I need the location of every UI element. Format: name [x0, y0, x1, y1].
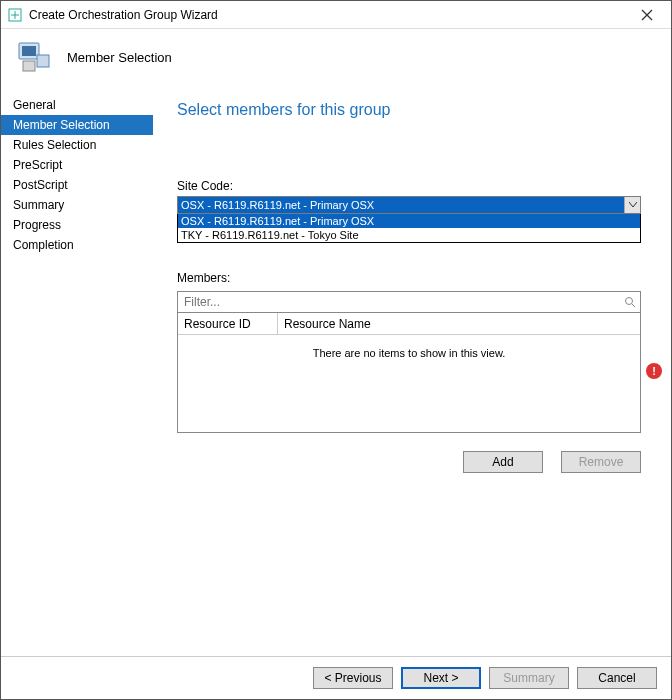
error-icon: !	[646, 363, 662, 379]
previous-button[interactable]: < Previous	[313, 667, 393, 689]
site-code-dropdown: OSX - R6119.R6119.net - Primary OSX TKY …	[177, 214, 641, 243]
members-table-header: Resource ID Resource Name	[178, 313, 640, 335]
wizard-icon	[13, 37, 53, 77]
wizard-sidebar: General Member Selection Rules Selection…	[1, 93, 153, 656]
page-title: Select members for this group	[177, 101, 641, 119]
sidebar-item-progress[interactable]: Progress	[1, 215, 153, 235]
titlebar: Create Orchestration Group Wizard	[1, 1, 671, 29]
svg-point-5	[626, 298, 633, 305]
svg-rect-4	[37, 55, 49, 67]
svg-rect-3	[23, 61, 35, 71]
members-filter[interactable]	[177, 291, 641, 313]
column-resource-id[interactable]: Resource ID	[178, 313, 278, 334]
members-actions: Add Remove	[177, 451, 641, 473]
svg-rect-2	[22, 46, 36, 56]
next-button[interactable]: Next >	[401, 667, 481, 689]
sidebar-item-rules-selection[interactable]: Rules Selection	[1, 135, 153, 155]
wizard-main: Select members for this group Site Code:…	[153, 93, 671, 656]
search-icon	[624, 296, 636, 308]
sidebar-item-completion[interactable]: Completion	[1, 235, 153, 255]
close-button[interactable]	[629, 1, 665, 28]
cancel-button[interactable]: Cancel	[577, 667, 657, 689]
remove-button: Remove	[561, 451, 641, 473]
wizard-header: Member Selection	[1, 29, 671, 93]
chevron-down-icon	[624, 197, 640, 213]
site-code-option-osx[interactable]: OSX - R6119.R6119.net - Primary OSX	[178, 214, 640, 228]
sidebar-item-member-selection[interactable]: Member Selection	[1, 115, 153, 135]
sidebar-item-general[interactable]: General	[1, 95, 153, 115]
site-code-combobox[interactable]: OSX - R6119.R6119.net - Primary OSX	[177, 196, 641, 214]
wizard-footer: < Previous Next > Summary Cancel	[1, 656, 671, 699]
filter-input[interactable]	[182, 294, 624, 310]
wizard-window: Create Orchestration Group Wizard Member…	[0, 0, 672, 700]
app-icon	[7, 7, 23, 23]
wizard-step-title: Member Selection	[67, 50, 172, 65]
members-label: Members:	[177, 271, 641, 285]
wizard-body: General Member Selection Rules Selection…	[1, 93, 671, 656]
add-button[interactable]: Add	[463, 451, 543, 473]
sidebar-item-postscript[interactable]: PostScript	[1, 175, 153, 195]
sidebar-item-summary[interactable]: Summary	[1, 195, 153, 215]
members-empty-message: There are no items to show in this view.	[178, 335, 640, 359]
site-code-option-tky[interactable]: TKY - R6119.R6119.net - Tokyo Site	[178, 228, 640, 242]
summary-button: Summary	[489, 667, 569, 689]
column-resource-name[interactable]: Resource Name	[278, 313, 640, 334]
site-code-label: Site Code:	[177, 179, 641, 193]
members-table: Resource ID Resource Name There are no i…	[177, 313, 641, 433]
site-code-selected-text: OSX - R6119.R6119.net - Primary OSX	[181, 199, 374, 211]
window-title: Create Orchestration Group Wizard	[29, 8, 629, 22]
sidebar-item-prescript[interactable]: PreScript	[1, 155, 153, 175]
